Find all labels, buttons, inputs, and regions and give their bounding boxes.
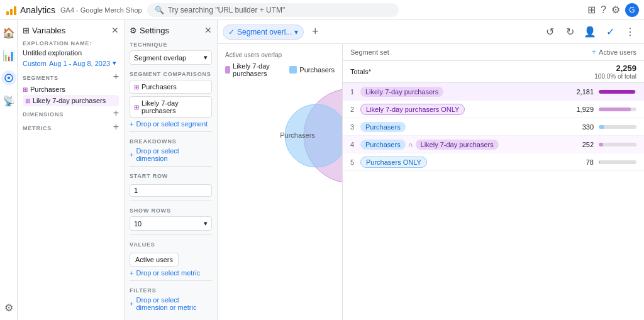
- svg-rect-2: [14, 6, 16, 15]
- analytics-logo-icon: [5, 4, 18, 16]
- svg-rect-0: [6, 11, 9, 15]
- add-dimension-button[interactable]: +: [113, 108, 119, 118]
- more-options-button[interactable]: ⋮: [621, 23, 639, 41]
- segment-likely-purchasers[interactable]: ⊞ Likely 7-day purchasers: [23, 95, 119, 106]
- nav-explore[interactable]: [1, 70, 16, 86]
- row-bar-wrap-5: [599, 160, 636, 164]
- show-rows-dropdown[interactable]: 10 ▾: [130, 216, 212, 231]
- segment-likely-purchasers-label: Likely 7-day purchasers: [33, 97, 106, 104]
- row-bar-wrap-3: [599, 125, 636, 129]
- start-row-input[interactable]: [130, 184, 212, 197]
- metrics-section-header: METRICS +: [23, 120, 119, 134]
- totals-label: Totals*: [350, 68, 371, 75]
- divider-4: [130, 234, 212, 235]
- segment-purchasers[interactable]: ⊞ Purchasers: [23, 84, 119, 95]
- settings-close-button[interactable]: ✕: [204, 25, 212, 35]
- account-icon[interactable]: G: [625, 3, 639, 17]
- grid-icon[interactable]: ⊞: [587, 4, 596, 16]
- undo-button[interactable]: ↺: [541, 23, 558, 41]
- technique-dropdown[interactable]: Segment overlap ▾: [130, 50, 212, 65]
- settings-icon[interactable]: ⚙: [611, 4, 620, 16]
- nav-home[interactable]: 🏠: [1, 25, 16, 40]
- search-bar[interactable]: 🔍 Try searching "URL builder + UTM": [147, 3, 399, 17]
- add-icon-3: +: [130, 269, 133, 277]
- table-row: 3 Purchasers 330: [343, 118, 644, 136]
- add-segment-comparison-button[interactable]: + Drop or select segment: [130, 120, 212, 128]
- segment-overlap-tab[interactable]: ✓ Segment overl... ▾: [223, 25, 304, 40]
- legend-item-purchasers: Purchasers: [289, 62, 335, 77]
- tag-purchasers-only-5: Purchasers ONLY: [360, 157, 427, 168]
- check-button[interactable]: ✓: [601, 23, 619, 41]
- search-placeholder: Try searching "URL builder + UTM": [168, 6, 286, 14]
- add-filter-button[interactable]: + Drop or select dimension or metric: [130, 296, 212, 311]
- row-num-3: 3: [350, 123, 360, 131]
- segment-purchasers-label: Purchasers: [30, 86, 65, 93]
- row-bar-2: [599, 108, 631, 111]
- custom-label: Custom: [23, 60, 47, 67]
- row-num-1: 1: [350, 88, 360, 96]
- dimensions-section-header: DIMENSIONS +: [23, 106, 119, 120]
- tab-dropdown-icon: ▾: [294, 28, 298, 36]
- exploration-name-value[interactable]: Untitled exploration: [23, 49, 119, 57]
- row-bar-cell-4: 252: [561, 141, 636, 148]
- settings-panel-header: ⚙ Settings ✕: [130, 25, 212, 35]
- legend-label-purchasers: Purchasers: [299, 66, 335, 74]
- main-wrapper: 🏠 📊 📡 ⚙ ⊞ Variables ✕ EXPLORATION NAME: …: [0, 20, 644, 320]
- topbar: Analytics GA4 - Google Merch Shop 🔍 Try …: [0, 0, 644, 20]
- add-icon-2: +: [130, 151, 133, 158]
- row-bar-3: [599, 125, 604, 129]
- redo-button[interactable]: ↻: [561, 23, 579, 41]
- add-metric-button[interactable]: +: [113, 122, 119, 132]
- venn-area: Active users overlap Likely 7-day purcha…: [218, 44, 342, 320]
- legend-label-likely: Likely 7-day purchasers: [233, 62, 282, 77]
- icon-nav: 🏠 📊 📡 ⚙: [0, 20, 18, 320]
- date-range[interactable]: Custom Aug 1 - Aug 8, 2023 ▾: [23, 59, 119, 67]
- technique-chevron-icon: ▾: [204, 53, 208, 62]
- search-icon: 🔍: [155, 6, 164, 14]
- nav-advertising[interactable]: 📡: [1, 93, 16, 108]
- logo: Analytics: [5, 4, 55, 16]
- help-icon[interactable]: ?: [601, 4, 606, 16]
- tag-likely-1: Likely 7-day purchasers: [360, 87, 443, 97]
- variables-close-button[interactable]: ✕: [111, 25, 119, 35]
- divider-5: [130, 280, 212, 281]
- venn-diagram: Purchasers Likely 7-day purchasers: [225, 82, 342, 189]
- comparison-purchasers[interactable]: ⊞ Purchasers: [130, 80, 212, 94]
- intersection-symbol: ∩: [408, 141, 413, 148]
- add-dimension-button-settings[interactable]: + Drop or select dimension: [130, 147, 212, 162]
- row-value-1: 2,181: [569, 88, 594, 96]
- segment-set-col-label: Segment set: [350, 48, 389, 56]
- add-metric-button-settings[interactable]: + Drop or select metric: [130, 269, 212, 277]
- viz-content: Active users overlap Likely 7-day purcha…: [218, 44, 644, 320]
- divider-1: [130, 131, 212, 132]
- comparison-purchasers-label: Purchasers: [142, 83, 177, 91]
- tab-label: Segment overl...: [237, 28, 292, 36]
- add-segment-button[interactable]: +: [113, 72, 119, 82]
- value-pill[interactable]: Active users: [130, 253, 179, 267]
- segment-comparisons-label: SEGMENT COMPARISONS: [130, 71, 212, 77]
- plus-icon[interactable]: +: [592, 48, 596, 57]
- filters-label: FILTERS: [130, 287, 212, 294]
- nav-settings-bottom[interactable]: ⚙: [1, 300, 16, 315]
- row-bar-1: [599, 90, 635, 94]
- row-bar-wrap-2: [599, 108, 636, 111]
- metrics-label: METRICS: [23, 125, 52, 131]
- nav-reports[interactable]: 📊: [1, 48, 16, 63]
- svg-point-4: [8, 77, 10, 79]
- settings-panel: ⚙ Settings ✕ TECHNIQUE Segment overlap ▾…: [125, 20, 218, 320]
- variables-panel-title: ⊞ Variables: [23, 26, 65, 35]
- topbar-icons: ⊞ ? ⚙ G: [587, 3, 639, 17]
- share-button[interactable]: 👤: [581, 23, 599, 41]
- legend-item-likely: Likely 7-day purchasers: [225, 62, 282, 77]
- divider-2: [130, 166, 212, 167]
- row-bar-wrap-4: [599, 143, 636, 146]
- segments-section-header: SEGMENTS +: [23, 70, 119, 84]
- row-bar-wrap-1: [599, 90, 636, 94]
- tag-purchasers-3: Purchasers: [360, 122, 406, 132]
- comparison-likely-purchasers[interactable]: ⊞ Likely 7-day purchasers: [130, 96, 212, 118]
- add-segment-label: Drop or select segment: [136, 120, 208, 128]
- table-row: 2 Likely 7-day purchasers ONLY 1,929: [343, 101, 644, 118]
- segment-icon: ⊞: [23, 86, 28, 93]
- tab-check-icon: ✓: [228, 28, 235, 36]
- add-tab-button[interactable]: +: [306, 23, 324, 41]
